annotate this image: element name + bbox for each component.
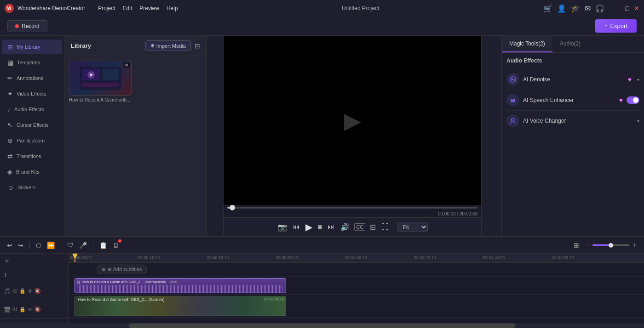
mute-button[interactable]: 🔇 [34,288,41,294]
track-label-audio: 🎵 02 🔒 👁 🔇 [0,282,69,300]
screen-button[interactable]: 🖥 [111,240,121,250]
sidebar-item-label: Stickers [17,185,35,190]
sidebar-item-label: Pan & Zoom [17,138,45,143]
progress-track[interactable] [227,207,477,209]
add-track-button[interactable]: ＋ [4,257,10,265]
playhead[interactable] [75,254,75,262]
sidebar-item-annotations[interactable]: ✏ Annotations [2,71,62,85]
total-time: 00:00:33 [460,211,477,216]
tab-audio[interactable]: Audio(2) [552,36,588,52]
video-clip-label: How to Record A Game with OBS_2... (Scre… [78,297,165,302]
ai-voice-arrow-icon[interactable]: ▾ [637,119,639,124]
sidebar-item-label: My Library [17,44,40,50]
app-logo: W [5,4,14,13]
stop-button[interactable]: ■ [317,222,323,232]
lock-button[interactable]: 🔒 [19,306,26,312]
ai-denoise-arrow-icon[interactable]: ▾ [637,77,639,82]
zoom-thumb[interactable] [609,243,613,248]
play-button[interactable]: ▶ [305,221,313,233]
ruler-label-6: 00:01:40:00 [483,255,505,260]
sidebar-item-templates[interactable]: ▦ Templates [2,55,62,70]
sidebar-item-my-library[interactable]: ⊞ My Library [2,40,62,54]
screenshot-button[interactable]: 📷 [277,222,288,232]
zoom-slider[interactable] [592,244,629,246]
zoom-minus-button[interactable]: － [583,240,591,250]
sidebar-item-brand-kits[interactable]: ◈ Brand Kits [2,164,62,179]
fit-select[interactable]: Fit 25% 50% 100% [397,222,428,232]
timeline-toolbar: ↩ ↪ ⬡ ⏩ 🛡 🎤 📋 🖥 ⊞ － ＋ [0,237,644,254]
skip-back-button[interactable]: ⏮ [292,222,301,232]
menu-project[interactable]: Project [98,5,115,11]
sidebar-item-stickers[interactable]: ☺ Stickers [2,180,62,195]
skip-forward-button[interactable]: ⏭ [327,222,336,232]
lock-button[interactable]: 🔒 [19,288,26,294]
export-arrow-icon: ↑ [604,23,608,29]
sidebar-item-cursor-effects[interactable]: ↖ Cursor Effects [2,118,62,132]
grid-icon[interactable]: ⊞ [572,240,581,250]
ai-denoise-icon [506,73,519,86]
video-clip[interactable]: How to Record A Game with OBS_2... (Scre… [75,296,286,316]
ai-denoise-label: AI Denoise [523,76,622,83]
audio-clip[interactable]: ||| How to Record A Game with OBS_2... (… [75,278,286,293]
shield-button[interactable]: 🛡 [66,240,75,250]
clipboard-button[interactable]: 📋 [98,240,109,250]
captions-button[interactable]: CC [354,223,365,231]
pan-zoom-icon: ⊕ [7,137,13,144]
progress-bar-wrap[interactable] [224,205,481,210]
library-panel: Library ⊕ Import Media ⊟ [64,36,207,236]
svg-point-8 [512,119,514,121]
close-button[interactable]: ✕ [634,5,639,12]
icon-mail[interactable]: ✉ [585,4,591,13]
list-item[interactable]: ⊞ How to Record A Game with... [69,61,133,102]
audio-clip-extra: 00:0 [170,280,177,284]
eye-button[interactable]: 👁 [28,307,33,312]
record-button[interactable]: Record [7,20,47,32]
ai-voice-icon [506,114,519,127]
zoom-fill [592,244,611,246]
sidebar-item-audio-effects[interactable]: ♪ Audio Effects [2,102,62,117]
import-media-button[interactable]: ⊕ Import Media [145,40,191,51]
ai-speech-toggle[interactable] [627,96,639,104]
menu-help[interactable]: Help [167,5,178,11]
undo-button[interactable]: ↩ [6,240,14,250]
effect-row-ai-voice-changer: AI Voice Changer ▾ [506,111,639,131]
speed-button[interactable]: ⏩ [46,240,56,250]
audio-effects-icon: ♪ [7,106,11,113]
sidebar-item-video-effects[interactable]: ✦ Video Effects [2,86,62,101]
minimize-button[interactable]: — [615,5,621,12]
effect-row-ai-speech-enhancer: AI Speech Enhancer ♥ [506,90,639,111]
trim-button[interactable]: ⬡ [34,240,43,250]
sidebar-item-transitions[interactable]: ⇄ Transitions [2,149,62,164]
fullscreen-button[interactable]: ⛶ [380,222,390,232]
maximize-button[interactable]: □ [626,5,629,12]
mic-button[interactable]: 🎤 [78,240,88,250]
tab-magic-tools[interactable]: Magic Tools(2) [502,36,552,52]
separator [93,242,93,249]
zoom-plus-button[interactable]: ＋ [631,240,638,250]
add-subtitles-button[interactable]: ⊕ ⊕ Add subtitles [97,265,147,274]
mute-button[interactable]: 🔇 [34,306,41,312]
icon-headset[interactable]: 🎧 [595,4,604,13]
audio-waveform-icon: ||| [77,280,80,284]
timeline-scrollbar[interactable] [0,323,644,328]
svg-rect-2 [103,69,119,80]
volume-button[interactable]: 🔊 [339,222,351,232]
export-button[interactable]: ↑ Export [595,19,637,33]
menu-edit[interactable]: Edit [123,5,132,11]
timeline-body: ＋ T 🎵 02 🔒 👁 🔇 🎬 01 🔒 👁 🔇 [0,254,644,323]
ruler-label-2: 00:00:33:10 [207,255,229,260]
sidebar-item-pan-zoom[interactable]: ⊕ Pan & Zoom [2,133,62,148]
right-panel: Magic Tools(2) Audio(2) Audio Effects AI… [501,36,644,236]
redo-button[interactable]: ↪ [17,240,25,250]
ruler-label-7: 00:01:56:20 [552,255,574,260]
scrollbar-thumb[interactable] [129,323,515,328]
ruler-label-0: 00:00:00:00 [70,255,92,260]
icon-learn[interactable]: 🎓 [571,4,580,13]
icon-shop[interactable]: 🛒 [543,4,552,13]
menu-preview[interactable]: Preview [139,5,159,11]
crop-button[interactable]: ⊟ [369,222,377,232]
filter-icon[interactable]: ⊟ [195,42,200,50]
progress-thumb[interactable] [230,205,235,210]
icon-user[interactable]: 👤 [557,4,566,13]
eye-button[interactable]: 👁 [28,288,33,294]
